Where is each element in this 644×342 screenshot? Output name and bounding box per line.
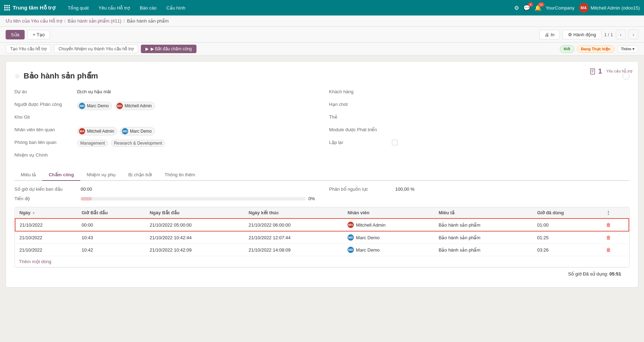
state-active-badge[interactable]: Đang Thực hiện	[577, 45, 614, 53]
col-actions: ⋮	[602, 207, 629, 218]
add-row-label: Thêm một dòng	[19, 259, 51, 264]
nav-bao-cao[interactable]: Báo cáo	[136, 3, 161, 13]
lap-lai-value	[392, 138, 630, 146]
tien-do-label: Tiến độ	[14, 196, 78, 201]
gio-dk-label: Số giờ dự kiến ban đầu	[14, 186, 78, 192]
delete-row2-icon[interactable]: 🗑	[606, 235, 611, 240]
nav-yeu-cau[interactable]: Yêu cầu Hỗ trợ	[94, 3, 134, 13]
lap-lai-label: Lặp lại	[329, 138, 389, 145]
row1-avatar: MA	[348, 222, 354, 228]
start-timesheet-button[interactable]: ▶ ▶ Bắt đầu chấm công	[141, 45, 196, 53]
table-row[interactable]: 21/10/2022 10:42 21/10/2022 10:42:09 21/…	[15, 244, 629, 256]
doc-counter[interactable]: 1 Yêu cầu hỗ trợ	[590, 67, 632, 75]
related-marc-chip[interactable]: MD Marc Demo	[120, 127, 155, 135]
timesheet-table: Ngày ▼ Giờ Bắt đầu Ngày Bắt đầu Ngày kết…	[15, 207, 629, 256]
total-bar: Số giờ Đã sử dụng: 05:51	[14, 267, 630, 280]
prev-button[interactable]: ‹	[616, 30, 626, 39]
marc-avatar: MD	[79, 103, 85, 109]
cell-gio-bd: 00:00	[77, 218, 145, 231]
nav-cau-hinh[interactable]: Cấu hình	[162, 3, 190, 13]
assignee-chip-mitchell[interactable]: MA Mitchell Admin	[115, 102, 155, 110]
progress-bar-fill	[81, 197, 92, 201]
cell-mieu-ta: Bảo hành sản phẩm	[434, 231, 533, 244]
cell-ngay-kt: 21/10/2022 06:00:00	[244, 218, 343, 231]
user-menu[interactable]: MA Mitchell Admin (odoo15)	[579, 3, 640, 13]
row3-nhanvien-name: Marc Demo	[356, 247, 380, 253]
add-row-button[interactable]: Thêm một dòng	[15, 256, 629, 267]
khach-hang-value[interactable]	[392, 88, 630, 89]
lap-lai-checkbox[interactable]	[392, 140, 398, 145]
cell-delete[interactable]: 🗑	[602, 218, 629, 231]
nav-tong-quat[interactable]: Tổng quát	[64, 3, 93, 13]
breadcrumb-item-2[interactable]: Bảo hành sản phẩm (#11)	[68, 18, 121, 24]
tab-mieu-ta[interactable]: Miêu tả	[14, 169, 42, 181]
han-chot-row: Hạn chót	[329, 100, 630, 110]
cell-ngay: 21/10/2022	[15, 244, 77, 256]
breadcrumb-item-1[interactable]: Ưu tiên của Yêu cầu Hỗ trợ	[6, 18, 62, 24]
cell-ngay-bd: 21/10/2022 05:00:00	[145, 218, 244, 231]
assignees-row: Người được Phân công MD Marc Demo MA Mit…	[14, 100, 315, 110]
notifications-icon[interactable]: 🔔15	[534, 5, 542, 11]
tab-nhiem-vu-phu[interactable]: Nhiệm vụ phụ	[80, 169, 122, 181]
col-gio-bd: Giờ Bắt đầu	[77, 207, 145, 218]
app-brand[interactable]: Trung tâm Hỗ trợ	[4, 5, 55, 11]
document-card: 1 Yêu cầu hỗ trợ ☆ Bảo hành sản phẩm Dự …	[6, 61, 638, 287]
tab-bi-chan-boi[interactable]: Bị chặn bởi	[122, 169, 158, 181]
state-more-badge[interactable]: Thêm ▾	[617, 45, 638, 53]
cell-ngay-kt: 21/10/2022 14:08:09	[244, 244, 343, 256]
phan-bo-value[interactable]: 100,00 %	[395, 186, 415, 192]
cell-gio-dung: 03:26	[533, 244, 602, 256]
gio-dk-value[interactable]: 00:00	[81, 186, 92, 192]
next-button[interactable]: ›	[629, 30, 638, 39]
form-left: Dự án Dịch vụ hậu mãi Người được Phân cô…	[14, 88, 315, 161]
row2-nhanvien-name: Marc Demo	[356, 235, 380, 240]
cell-gio-dung: 01:00	[533, 218, 602, 231]
status-bar: Tạo Yêu cầu hỗ trợ Chuyển Nhiệm vụ thành…	[0, 43, 644, 56]
col-gio-dung: Giờ đã dùng	[533, 207, 602, 218]
tab-thong-tin-them[interactable]: Thông tin thêm	[158, 169, 201, 181]
module-value[interactable]	[392, 126, 630, 127]
company-name[interactable]: YourCompany	[546, 5, 575, 11]
delete-row1-icon[interactable]: 🗑	[606, 222, 611, 228]
col-ngay-kt: Ngày kết thúc	[244, 207, 343, 218]
edit-button[interactable]: Sửa	[6, 30, 25, 39]
state-new-badge[interactable]: Mới	[560, 45, 574, 53]
cell-nhan-vien: MD Marc Demo	[343, 244, 434, 256]
du-an-value[interactable]: Dịch vụ hậu mãi	[77, 88, 315, 94]
navbar-right: ⚙ 💬4 🔔15 YourCompany MA Mitchell Admin (…	[514, 3, 640, 13]
nav-menu: Tổng quát Yêu cầu Hỗ trợ Báo cáo Cấu hìn…	[64, 3, 511, 13]
create-button[interactable]: + Tạo	[27, 30, 50, 39]
cell-delete[interactable]: 🗑	[602, 244, 629, 256]
convert-task-button[interactable]: Chuyển Nhiệm vụ thành Yêu cầu hỗ trợ	[54, 45, 138, 53]
progress-bar-wrap	[81, 197, 306, 201]
action-button[interactable]: ⚙ Hành động	[563, 30, 601, 39]
table-row[interactable]: 21/10/2022 00:00 21/10/2022 05:00:00 21/…	[15, 218, 629, 231]
kho-git-value[interactable]	[77, 113, 315, 114]
cell-mieu-ta: Bảo hành sản phẩm	[434, 218, 533, 231]
tien-do-value: 0%	[308, 196, 315, 201]
col-ngay[interactable]: Ngày ▼	[15, 207, 77, 218]
create-ticket-button[interactable]: Tạo Yêu cầu hỗ trợ	[6, 45, 51, 53]
play-icon: ▶	[145, 46, 149, 51]
col-nhan-vien: Nhân viên	[343, 207, 434, 218]
related-mitchell-chip[interactable]: MA Mitchell Admin	[77, 127, 117, 135]
messages-icon[interactable]: 💬4	[523, 5, 530, 11]
col-mieu-ta: Miêu tả	[434, 207, 533, 218]
assignee-chip-marc[interactable]: MD Marc Demo	[77, 102, 112, 110]
table-row[interactable]: 21/10/2022 10:43 21/10/2022 10:42:44 21/…	[15, 231, 629, 244]
cell-delete[interactable]: 🗑	[602, 231, 629, 244]
the-value[interactable]	[392, 113, 630, 114]
favorite-star-icon[interactable]: ☆	[14, 72, 20, 80]
nhiem-vu-value[interactable]	[77, 151, 315, 152]
phong-ban-label: Phòng ban liên quan	[14, 138, 74, 145]
tabs-bar: Miêu tả Chấm công Nhiệm vụ phụ Bị chặn b…	[14, 169, 630, 181]
dept-rd[interactable]: Research & Development	[111, 140, 165, 147]
delete-row3-icon[interactable]: 🗑	[606, 247, 611, 253]
total-value: 05:51	[609, 271, 621, 277]
settings-icon[interactable]: ⚙	[514, 5, 519, 11]
tab-cham-cong[interactable]: Chấm công	[42, 169, 80, 181]
print-button[interactable]: 🖨 In	[539, 30, 559, 39]
dept-management[interactable]: Management	[77, 140, 108, 147]
assignee-mitchell-name: Mitchell Admin	[125, 103, 152, 108]
han-chot-value[interactable]	[392, 100, 630, 102]
